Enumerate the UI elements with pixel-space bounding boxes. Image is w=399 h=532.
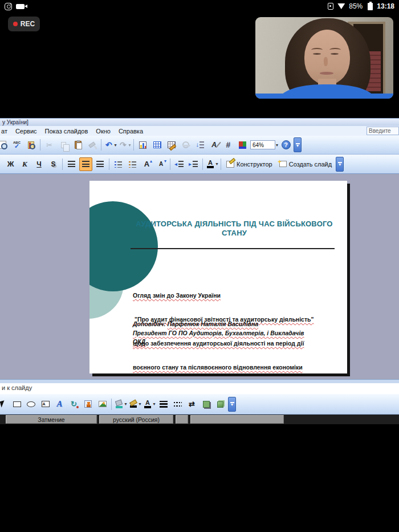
bullets-button[interactable] xyxy=(126,157,139,171)
shadow-button[interactable]: S xyxy=(47,157,60,171)
wordart-button[interactable]: A xyxy=(53,397,66,411)
arrow-style-button[interactable]: ⇄ xyxy=(185,397,198,411)
speaker-prefix: Доповідач: xyxy=(133,320,168,327)
select-button[interactable] xyxy=(0,397,9,411)
toolbar-options-button[interactable] xyxy=(294,137,302,152)
wifi-icon xyxy=(337,3,345,9)
format-painter-button[interactable] xyxy=(85,138,99,152)
toolbar-options-icon xyxy=(229,399,235,409)
font-color-button[interactable]: ▾ xyxy=(142,397,156,411)
new-slide-button[interactable]: Создать слайд xyxy=(276,157,335,171)
underline-button[interactable]: Ч xyxy=(32,157,46,171)
line-style-button[interactable] xyxy=(157,397,170,411)
webcam-video[interactable] xyxy=(255,17,393,99)
notes-splitter[interactable] xyxy=(0,379,399,383)
slide-speaker-text[interactable]: Доповідач: Парфенюк Наталія Василівна Пр… xyxy=(133,320,341,347)
numbering-button[interactable] xyxy=(112,157,125,171)
picture-button[interactable] xyxy=(96,397,109,411)
menu-item-3[interactable]: Окно xyxy=(96,128,111,135)
spelling-button[interactable] xyxy=(10,138,23,152)
toolbar-options-icon xyxy=(337,159,343,169)
rectangle-button[interactable] xyxy=(10,397,23,411)
research-icon xyxy=(28,141,34,149)
menu-item-1[interactable]: Сервис xyxy=(15,128,37,135)
decrease-font-button[interactable] xyxy=(154,157,168,171)
menu-item-0[interactable]: ат xyxy=(1,128,7,135)
undo-button[interactable]: ↶▾ xyxy=(104,138,117,152)
decrease-indent-button[interactable] xyxy=(173,157,186,171)
print-preview-button[interactable] xyxy=(0,138,9,152)
align-left-button[interactable] xyxy=(65,157,78,171)
increase-indent-button[interactable] xyxy=(187,157,200,171)
line-color-dropdown[interactable]: ▾ xyxy=(139,401,141,407)
paste-button[interactable] xyxy=(71,138,84,152)
menu-item-4[interactable]: Справка xyxy=(119,128,143,135)
window-title-bar[interactable]: у України] xyxy=(0,118,399,126)
increase-font-button[interactable] xyxy=(140,157,153,171)
tables-borders-button[interactable] xyxy=(165,138,178,152)
show-formatting-button[interactable] xyxy=(207,138,221,152)
hyperlink-icon xyxy=(182,141,189,148)
decrease-font-icon xyxy=(156,159,166,169)
line-color-button[interactable]: ▾ xyxy=(128,397,141,411)
insert-table-button[interactable] xyxy=(150,138,164,152)
cut-button[interactable]: ✂ xyxy=(43,138,56,152)
italic-button[interactable]: К xyxy=(18,157,31,171)
design-label: Конструктор xyxy=(237,161,272,168)
status-segment-0[interactable]: Затмение xyxy=(6,415,97,424)
status-segment-3[interactable] xyxy=(190,415,284,424)
slide-title[interactable]: АУДИТОРСЬКА ДІЯЛЬНІСТЬ ПІД ЧАС ВІЙСЬКОВО… xyxy=(129,220,339,238)
fill-color-dropdown[interactable]: ▾ xyxy=(124,401,127,407)
chart-button[interactable] xyxy=(136,138,149,152)
toolbar-separator xyxy=(101,139,101,151)
redo-dropdown[interactable]: ▾ xyxy=(128,143,131,148)
zoom-level-dropdown[interactable]: ▾ xyxy=(276,143,278,148)
zoom-level-combo[interactable]: 64%▾ xyxy=(250,138,278,152)
battery-icon xyxy=(368,3,373,10)
undo-dropdown[interactable]: ▾ xyxy=(114,143,116,148)
slide-canvas[interactable]: АУДИТОРСЬКА ДІЯЛЬНІСТЬ ПІД ЧАС ВІЙСЬКОВО… xyxy=(89,181,347,373)
oval-button[interactable] xyxy=(25,397,38,411)
ask-question-box[interactable]: Введите xyxy=(367,127,399,135)
redo-button[interactable]: ↷▾ xyxy=(118,138,131,152)
diagram-button[interactable]: ↻ xyxy=(67,397,80,411)
insert-table-icon xyxy=(153,141,161,148)
copy-button[interactable] xyxy=(57,138,70,152)
select-icon xyxy=(0,400,6,408)
text-box-button[interactable] xyxy=(39,397,52,411)
design-button[interactable]: Конструктор xyxy=(223,157,275,171)
status-segment-1[interactable]: русский (Россия) xyxy=(99,415,173,424)
toolbar-options-button[interactable] xyxy=(228,397,236,412)
3d-style-button[interactable] xyxy=(214,397,227,411)
align-center-button[interactable] xyxy=(79,157,92,171)
fill-color-button[interactable]: ▾ xyxy=(114,397,127,411)
zoom-level-value: 64% xyxy=(250,140,275,149)
help-button[interactable]: ? xyxy=(279,138,292,152)
shadow-style-button[interactable] xyxy=(199,397,213,411)
toolbar-options-button[interactable] xyxy=(336,157,344,172)
increase-indent-icon xyxy=(189,161,198,167)
font-color-dropdown[interactable]: ▾ xyxy=(153,401,155,407)
colors-button[interactable] xyxy=(236,138,249,152)
research-button[interactable] xyxy=(25,138,38,152)
font-color-icon xyxy=(205,159,215,169)
toolbar-separator xyxy=(221,159,221,170)
bold-button[interactable]: Ж xyxy=(4,157,17,171)
dash-style-button[interactable] xyxy=(171,397,184,411)
powerpoint-window: у України] атСервисПоказ слайдовОкноСпра… xyxy=(0,118,399,424)
window-title: у України] xyxy=(2,119,28,125)
hyperlink-button[interactable] xyxy=(179,138,192,152)
print-preview-icon xyxy=(0,141,6,149)
status-segment-2[interactable] xyxy=(176,415,188,424)
toolbar-separator xyxy=(40,139,40,151)
notes-pane[interactable]: и к слайду xyxy=(0,383,399,394)
font-color-dropdown[interactable]: ▾ xyxy=(215,161,218,166)
align-right-button[interactable] xyxy=(93,157,107,171)
new-slide-label: Создать слайд xyxy=(289,161,332,168)
menu-item-2[interactable]: Показ слайдов xyxy=(45,128,88,135)
align-left-icon xyxy=(68,161,75,167)
grid-button[interactable]: # xyxy=(222,138,235,152)
expand-all-button[interactable] xyxy=(193,138,206,152)
clip-art-button[interactable] xyxy=(82,397,95,411)
font-color-button[interactable]: ▾ xyxy=(205,157,218,171)
